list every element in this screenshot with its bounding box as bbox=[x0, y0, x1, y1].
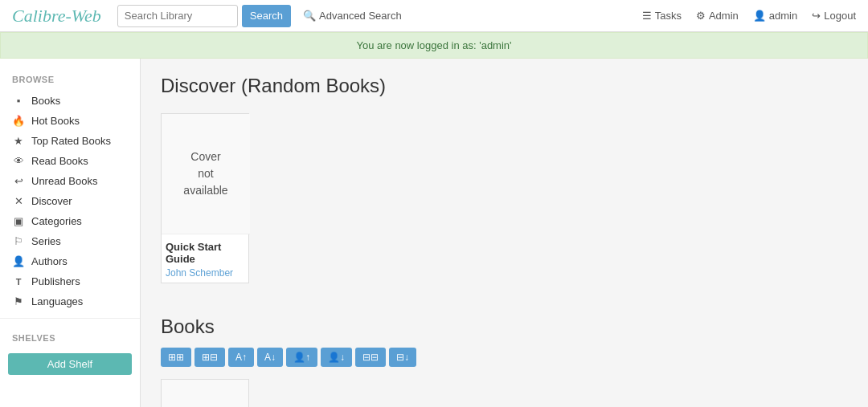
sidebar-item-publishers[interactable]: T Publishers bbox=[0, 271, 140, 291]
sort-author-asc-button[interactable]: A↑ bbox=[228, 348, 254, 367]
main-layout: BROWSE ▪ Books 🔥 Hot Books ★ Top Rated B… bbox=[0, 59, 868, 407]
sidebar-item-authors[interactable]: 👤 Authors bbox=[0, 251, 140, 271]
notification-bar: You are now logged in as: 'admin' bbox=[0, 32, 868, 59]
add-shelf-button[interactable]: Add Shelf bbox=[8, 353, 132, 375]
sidebar-item-discover[interactable]: ✕ Discover bbox=[0, 191, 140, 211]
sort-title-asc-icon: ⊞⊞ bbox=[168, 352, 184, 363]
sort-author-desc-button[interactable]: A↓ bbox=[257, 348, 283, 367]
sidebar-item-series[interactable]: ⚐ Series bbox=[0, 231, 140, 251]
sort-rating-asc-button[interactable]: ⊟⊟ bbox=[355, 348, 386, 367]
user-icon: 👤 bbox=[753, 10, 766, 22]
book-title: Quick Start Guide bbox=[166, 241, 244, 265]
sidebar-divider bbox=[0, 318, 140, 319]
browse-section-title: BROWSE bbox=[0, 71, 140, 91]
tasks-link[interactable]: ☰ Tasks bbox=[642, 10, 682, 22]
sidebar-item-top-rated[interactable]: ★ Top Rated Books bbox=[0, 131, 140, 151]
admin-icon: ⚙ bbox=[696, 10, 706, 22]
sort-rating-desc-button[interactable]: ⊟↓ bbox=[389, 348, 416, 367]
header: Calibre-Web Search 🔍 Advanced Search ☰ T… bbox=[0, 0, 868, 32]
sidebar-item-unread-books[interactable]: ↩ Unread Books bbox=[0, 171, 140, 191]
sort-rating-asc-icon: ⊟⊟ bbox=[362, 352, 379, 363]
categories-icon: ▣ bbox=[12, 215, 25, 227]
book-cover-2 bbox=[162, 380, 249, 407]
series-icon: ⚐ bbox=[12, 235, 25, 247]
unread-books-icon: ↩ bbox=[12, 175, 25, 187]
search-input[interactable] bbox=[117, 5, 238, 27]
sort-title-desc-icon: ⊞⊟ bbox=[202, 352, 218, 363]
sidebar-item-languages[interactable]: ⚑ Languages bbox=[0, 291, 140, 311]
sidebar-item-hot-books[interactable]: 🔥 Hot Books bbox=[0, 111, 140, 131]
books-toolbar: ⊞⊞ ⊞⊟ A↑ A↓ 👤↑ 👤↓ ⊟⊟ bbox=[161, 348, 848, 367]
header-right: ☰ Tasks ⚙ Admin 👤 admin ↪ Logout bbox=[642, 10, 856, 22]
sidebar-item-read-books[interactable]: 👁 Read Books bbox=[0, 151, 140, 171]
sort-author-desc-icon: A↓ bbox=[264, 352, 276, 363]
sort-user-desc-button[interactable]: 👤↓ bbox=[321, 348, 352, 367]
content-area: Discover (Random Books) Covernotavailabl… bbox=[141, 59, 868, 407]
sort-user-desc-icon: 👤↓ bbox=[328, 352, 345, 363]
sidebar-item-categories[interactable]: ▣ Categories bbox=[0, 211, 140, 231]
sort-title-desc-button[interactable]: ⊞⊟ bbox=[194, 348, 225, 367]
books-heading: Books bbox=[161, 315, 848, 338]
publishers-icon: T bbox=[12, 277, 25, 287]
sort-author-asc-icon: A↑ bbox=[235, 352, 247, 363]
tasks-icon: ☰ bbox=[642, 10, 652, 22]
hot-books-icon: 🔥 bbox=[12, 115, 25, 127]
app-logo: Calibre-Web bbox=[12, 6, 101, 26]
authors-icon: 👤 bbox=[12, 255, 25, 267]
search-button[interactable]: Search bbox=[242, 5, 291, 27]
read-books-icon: 👁 bbox=[12, 155, 25, 167]
book-info: Quick Start Guide John Schember bbox=[162, 234, 248, 283]
sort-title-asc-button[interactable]: ⊞⊞ bbox=[161, 348, 191, 367]
books-section: Books ⊞⊞ ⊞⊟ A↑ A↓ 👤↑ 👤↓ bbox=[161, 315, 848, 407]
discover-icon: ✕ bbox=[12, 195, 25, 207]
page-title: Discover (Random Books) bbox=[161, 75, 848, 97]
book-card: Covernotavailable Quick Start Guide John… bbox=[161, 113, 249, 283]
languages-icon: ⚑ bbox=[12, 295, 25, 307]
user-link[interactable]: 👤 admin bbox=[753, 10, 797, 22]
search-form: Search bbox=[117, 5, 291, 27]
top-rated-icon: ★ bbox=[12, 135, 25, 147]
sidebar-item-books[interactable]: ▪ Books bbox=[0, 91, 140, 111]
sidebar: BROWSE ▪ Books 🔥 Hot Books ★ Top Rated B… bbox=[0, 59, 141, 407]
book-author-link[interactable]: John Schember bbox=[166, 267, 244, 279]
book-cover: Covernotavailable bbox=[162, 114, 250, 234]
logout-link[interactable]: ↪ Logout bbox=[812, 10, 856, 22]
sort-user-asc-icon: 👤↑ bbox=[293, 352, 310, 363]
books-grid bbox=[161, 379, 848, 407]
book-card-2 bbox=[161, 379, 249, 407]
shelves-section-title: SHELVES bbox=[0, 325, 140, 349]
logout-icon: ↪ bbox=[812, 10, 821, 22]
sort-user-asc-button[interactable]: 👤↑ bbox=[286, 348, 317, 367]
search-icon: 🔍 bbox=[303, 10, 316, 22]
books-icon: ▪ bbox=[12, 95, 25, 107]
admin-link[interactable]: ⚙ Admin bbox=[696, 10, 739, 22]
advanced-search-link[interactable]: 🔍 Advanced Search bbox=[303, 10, 402, 22]
sort-rating-desc-icon: ⊟↓ bbox=[396, 352, 409, 363]
